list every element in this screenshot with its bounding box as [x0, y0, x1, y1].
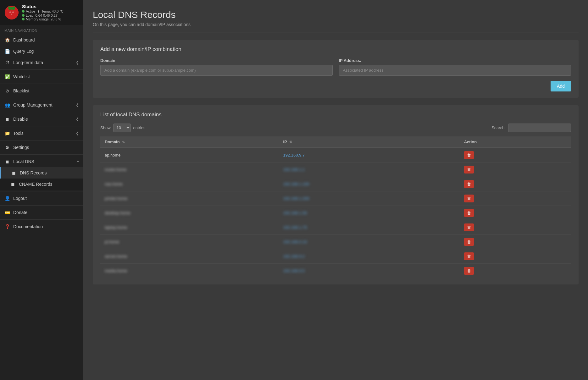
blacklist-label: Blacklist	[13, 88, 79, 93]
sidebar-item-group-management[interactable]: 👥 Group Management ❮	[0, 99, 83, 111]
cell-ip: 192.168.1.200	[279, 191, 460, 206]
temp-icon: 🌡	[36, 9, 40, 14]
search-input[interactable]	[508, 124, 571, 132]
delete-button[interactable]: 🗑	[464, 252, 474, 260]
nav-section-label: MAIN NAVIGATION	[0, 25, 83, 34]
chevron-left-icon-3: ❮	[76, 117, 79, 121]
logout-icon: 👤	[4, 196, 10, 201]
divider-1	[0, 69, 83, 70]
col-domain-label: Domain	[105, 140, 120, 144]
memory-label: Memory usage: 28.3 %	[26, 17, 61, 21]
add-form-row: Domain: IP Address:	[100, 58, 571, 76]
cname-icon: ◼	[10, 182, 16, 187]
cell-domain: router.home	[100, 162, 279, 177]
cell-ip: 192.168.1.1	[279, 162, 460, 177]
query-log-label: Query Log	[13, 49, 79, 54]
table-row: server.home192.168.9.2🗑	[100, 249, 571, 264]
sidebar-item-settings[interactable]: ⚙ Settings	[0, 142, 83, 153]
gear-icon: ⚙	[4, 145, 10, 150]
add-card-title: Add a new domain/IP combination	[100, 46, 571, 52]
ip-label: IP Address:	[339, 58, 571, 63]
list-card-title: List of local DNS domains	[100, 112, 571, 118]
sidebar-item-long-term-data[interactable]: ⏱ Long-term data ❮	[0, 57, 83, 68]
cell-domain: server.home	[100, 249, 279, 264]
page-divider	[93, 32, 579, 32]
cell-action: 🗑	[460, 264, 571, 278]
ban-icon: ⊘	[4, 88, 10, 93]
divider-9	[0, 205, 83, 206]
sidebar-item-donate[interactable]: 💳 Donate	[0, 207, 83, 218]
table-row: ap.home192.168.9.7🗑	[100, 148, 571, 162]
donate-label: Donate	[13, 210, 79, 215]
sort-domain-icon: ⇅	[122, 140, 125, 144]
sidebar-item-logout[interactable]: 👤 Logout	[0, 193, 83, 204]
documentation-label: Documentation	[13, 224, 79, 229]
group-management-label: Group Management	[13, 102, 73, 107]
whitelist-label: Whitelist	[13, 74, 79, 79]
cell-action: 🗑	[460, 177, 571, 191]
memory-line: Memory usage: 28.3 %	[22, 17, 64, 21]
col-ip[interactable]: IP ⇅	[279, 136, 460, 148]
sidebar-item-query-log[interactable]: 📄 Query Log	[0, 46, 83, 57]
table-row: router.home192.168.1.1🗑	[100, 162, 571, 177]
sidebar-item-dns-records[interactable]: ◼ DNS Records	[0, 167, 83, 179]
cell-ip: 192.168.1.100	[279, 177, 460, 191]
sidebar-item-documentation[interactable]: ❓ Documentation	[0, 221, 83, 232]
delete-button[interactable]: 🗑	[464, 238, 474, 246]
disable-label: Disable	[13, 117, 73, 122]
col-action-label: Action	[464, 140, 477, 144]
page-title: Local DNS Records	[93, 9, 579, 20]
temp-label: Temp: 43.0 °C	[42, 9, 64, 13]
sidebar-item-tools[interactable]: 📁 Tools ❮	[0, 128, 83, 139]
delete-button[interactable]: 🗑	[464, 151, 474, 159]
dns-records-icon: ◼	[11, 170, 17, 175]
sidebar-item-blacklist[interactable]: ⊘ Blacklist	[0, 85, 83, 96]
delete-button[interactable]: 🗑	[464, 223, 474, 231]
cname-records-label: CNAME Records	[19, 182, 79, 187]
home-icon: 🏠	[4, 37, 10, 42]
main-content: Local DNS Records On this page, you can …	[83, 0, 588, 380]
status-title: Status	[22, 4, 64, 9]
col-ip-label: IP	[283, 140, 287, 144]
cell-domain: media.home	[100, 264, 279, 278]
table-row: laptop.home192.168.1.75🗑	[100, 220, 571, 235]
check-circle-icon: ✅	[4, 74, 10, 79]
cell-domain: pi.home	[100, 235, 279, 249]
delete-button[interactable]: 🗑	[464, 209, 474, 217]
sidebar-item-dashboard[interactable]: 🏠 Dashboard	[0, 34, 83, 46]
cell-ip: 192.168.1.75	[279, 220, 460, 235]
tools-label: Tools	[13, 131, 73, 136]
memory-dot	[22, 18, 25, 20]
sidebar-item-disable[interactable]: ◼ Disable ❮	[0, 113, 83, 125]
sidebar-item-local-dns[interactable]: ◼ Local DNS ▾	[0, 156, 83, 167]
long-term-label: Long-term data	[13, 60, 73, 65]
ip-form-group: IP Address:	[339, 58, 571, 76]
dns-records-label: DNS Records	[20, 170, 79, 175]
domain-input[interactable]	[100, 65, 333, 76]
sidebar-item-whitelist[interactable]: ✅ Whitelist	[0, 71, 83, 82]
search-label: Search:	[491, 125, 506, 130]
delete-button[interactable]: 🗑	[464, 195, 474, 202]
users-icon: 👥	[4, 102, 10, 107]
clock-icon: ⏱	[4, 60, 10, 65]
local-dns-label: Local DNS	[13, 159, 74, 164]
add-button[interactable]: Add	[551, 81, 571, 91]
entries-select[interactable]: 10 25 50 100	[113, 124, 131, 132]
sidebar-item-cname-records[interactable]: ◼ CNAME Records	[0, 179, 83, 190]
sidebar: Status Active 🌡 Temp: 43.0 °C Load: 0.64…	[0, 0, 83, 380]
svg-point-7	[11, 14, 13, 15]
settings-label: Settings	[13, 145, 79, 150]
cell-domain: printer.home	[100, 191, 279, 206]
chevron-left-icon-4: ❮	[76, 131, 79, 135]
ip-input[interactable]	[339, 65, 571, 76]
chevron-left-icon-2: ❮	[76, 103, 79, 107]
cell-domain: ap.home	[100, 148, 279, 162]
delete-button[interactable]: 🗑	[464, 166, 474, 173]
col-domain[interactable]: Domain ⇅	[100, 136, 279, 148]
folder-icon: 📁	[4, 131, 10, 136]
cell-action: 🗑	[460, 206, 571, 220]
delete-button[interactable]: 🗑	[464, 180, 474, 188]
divider-7	[0, 154, 83, 155]
delete-button[interactable]: 🗑	[464, 267, 474, 275]
cell-ip: 192.168.1.50	[279, 206, 460, 220]
